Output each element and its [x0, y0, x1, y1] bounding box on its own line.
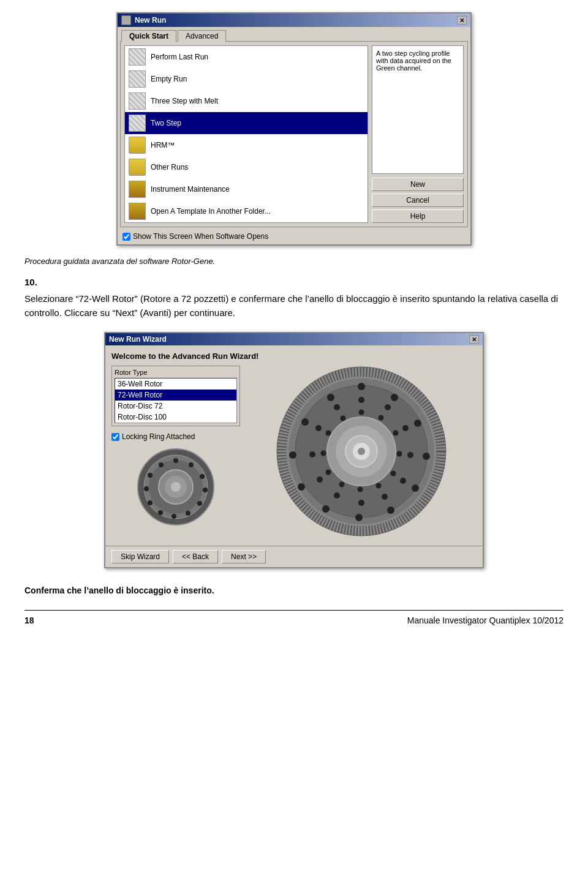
wizard-left-panel: Rotor Type 36-Well Rotor 72-Well Rotor R…: [111, 366, 240, 537]
svg-point-54: [326, 470, 331, 475]
svg-point-45: [334, 404, 340, 410]
rotor-item-disc100[interactable]: Rotor-Disc 100: [115, 412, 236, 423]
locking-checkbox[interactable]: [111, 433, 119, 441]
svg-point-27: [387, 506, 394, 514]
help-button[interactable]: Help: [372, 209, 464, 223]
svg-point-32: [301, 418, 309, 426]
svg-point-39: [382, 494, 388, 500]
next-button[interactable]: Next >>: [222, 550, 266, 563]
rotor-type-group: Rotor Type 36-Well Rotor 72-Well Rotor R…: [111, 366, 240, 426]
svg-point-13: [148, 473, 153, 478]
svg-point-48: [393, 431, 399, 436]
svg-point-17: [171, 482, 181, 492]
svg-point-14: [159, 462, 164, 467]
dialog-body: Perform Last Run Empty Run Three Step wi…: [120, 41, 468, 227]
show-screen-checkbox-row: Show This Screen When Software Opens: [123, 232, 268, 241]
run-icon-perform-last: [129, 48, 146, 66]
new-run-dialog: New Run ✕ Quick Start Advanced Perform L…: [116, 12, 472, 246]
svg-point-4: [189, 462, 194, 467]
wizard-titlebar: New Run Wizard ✕: [105, 333, 483, 345]
page-footer: 18 Manuale Investigator Quantiplex 10/20…: [24, 610, 564, 625]
run-item-hrm[interactable]: HRM™: [125, 134, 368, 156]
button-group: New Cancel Help: [372, 178, 464, 223]
run-icon-instrument: [129, 181, 146, 198]
rotor-item-disc72[interactable]: Rotor-Disc 72: [115, 401, 236, 412]
run-icon-open-template: [129, 203, 146, 220]
svg-point-24: [414, 420, 421, 427]
svg-point-41: [334, 492, 340, 499]
svg-point-11: [148, 500, 153, 505]
show-screen-checkbox[interactable]: [123, 233, 130, 241]
svg-point-43: [309, 451, 315, 457]
svg-point-31: [289, 451, 296, 459]
svg-point-12: [144, 486, 149, 491]
document-title: Manuale Investigator Quantiplex 10/2012: [407, 616, 564, 625]
wizard-footer: Skip Wizard << Back Next >>: [105, 546, 483, 567]
step-number: 10.: [24, 277, 564, 287]
tab-advanced[interactable]: Advanced: [178, 30, 226, 42]
svg-point-44: [315, 425, 322, 431]
description-box: A two step cycling profile with data acq…: [372, 45, 464, 174]
svg-point-10: [158, 510, 163, 515]
dialog-title-icon: [121, 15, 131, 25]
run-icon-two-step: [129, 115, 146, 132]
svg-point-3: [173, 458, 178, 463]
run-item-other-runs[interactable]: Other Runs: [125, 156, 368, 178]
run-icon-empty: [129, 70, 146, 88]
svg-point-51: [376, 483, 382, 489]
run-item-empty[interactable]: Empty Run: [125, 68, 368, 90]
back-button[interactable]: << Back: [173, 550, 218, 563]
wizard-close-button[interactable]: ✕: [469, 335, 479, 344]
wizard-title: New Run Wizard: [109, 335, 167, 344]
svg-point-8: [186, 511, 190, 516]
caption2: Conferma che l’anello di bloccaggio è in…: [24, 585, 564, 595]
run-list: Perform Last Run Empty Run Three Step wi…: [124, 45, 368, 223]
svg-point-53: [339, 482, 345, 488]
dialog-footer: Show This Screen When Software Opens: [118, 230, 470, 244]
svg-point-35: [385, 404, 391, 410]
svg-point-5: [200, 474, 205, 479]
wizard-body: Welcome to the Advanced Run Wizard! Roto…: [105, 345, 483, 541]
svg-point-23: [391, 394, 398, 401]
svg-point-22: [358, 383, 365, 390]
rotor-item-72[interactable]: 72-Well Rotor: [115, 390, 236, 401]
rotor-group-label: Rotor Type: [115, 369, 237, 376]
svg-point-46: [359, 410, 364, 415]
page-number: 18: [24, 616, 34, 625]
dialog-tabs: Quick Start Advanced: [118, 27, 470, 41]
cancel-button[interactable]: Cancel: [372, 194, 464, 207]
rotor-list: 36-Well Rotor 72-Well Rotor Rotor-Disc 7…: [115, 378, 237, 423]
run-item-open-template[interactable]: Open A Template In Another Folder...: [125, 200, 368, 222]
svg-point-9: [172, 514, 176, 519]
run-item-perform-last[interactable]: Perform Last Run: [125, 46, 368, 68]
svg-point-55: [321, 451, 326, 456]
run-item-three-step[interactable]: Three Step with Melt: [125, 90, 368, 112]
svg-point-49: [397, 451, 402, 457]
right-panel: A two step cycling profile with data acq…: [372, 45, 464, 223]
svg-point-42: [317, 476, 323, 483]
run-item-two-step[interactable]: Two Step: [125, 112, 368, 134]
run-icon-three-step: [129, 92, 146, 110]
svg-point-29: [322, 505, 330, 513]
caption1: Procedura guidata avanzata del software …: [24, 257, 564, 266]
wizard-right-panel: [246, 366, 477, 537]
svg-point-40: [358, 500, 364, 506]
svg-point-26: [412, 484, 419, 492]
close-button[interactable]: ✕: [457, 16, 467, 24]
run-icon-hrm: [129, 137, 146, 154]
run-item-instrument[interactable]: Instrument Maintenance: [125, 178, 368, 200]
svg-point-50: [391, 471, 396, 476]
new-button[interactable]: New: [372, 178, 464, 191]
svg-point-28: [355, 514, 363, 521]
skip-wizard-button[interactable]: Skip Wizard: [111, 550, 169, 563]
locking-label: Locking Ring Attached: [122, 432, 195, 441]
svg-point-57: [341, 416, 346, 421]
tab-quickstart[interactable]: Quick Start: [121, 30, 176, 42]
wizard-welcome: Welcome to the Advanced Run Wizard!: [111, 352, 477, 361]
instruction-text: Selezionare “72-Well Rotor” (Rotore a 72…: [24, 292, 564, 320]
rotor-item-36[interactable]: 36-Well Rotor: [115, 378, 236, 390]
svg-point-37: [407, 452, 413, 458]
svg-point-38: [400, 478, 406, 484]
svg-point-25: [423, 453, 430, 460]
svg-point-52: [358, 487, 363, 492]
